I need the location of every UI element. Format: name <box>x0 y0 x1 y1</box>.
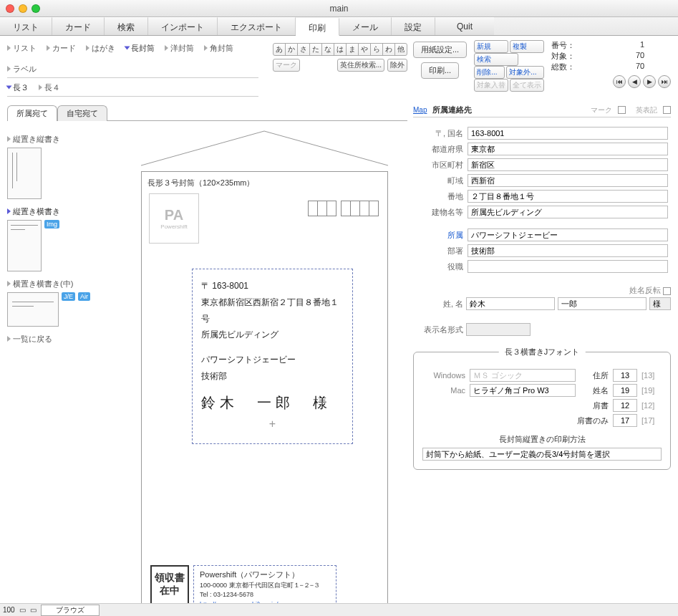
fld-firstname-input[interactable] <box>558 297 646 310</box>
dup-button[interactable]: 複製 <box>510 40 544 53</box>
tab-search[interactable]: 検索 <box>105 17 148 35</box>
name-swap-checkbox[interactable] <box>663 287 671 295</box>
font-titleonly-size[interactable] <box>613 414 637 427</box>
tab-quit[interactable]: Quit <box>435 17 494 35</box>
address-target-tabs: 所属宛て 自宅宛て <box>7 105 407 121</box>
fld-disp-input[interactable] <box>466 323 531 336</box>
zoom-out-button[interactable]: ▭ <box>19 606 26 614</box>
mark-checkbox[interactable] <box>618 106 626 114</box>
subtab-card[interactable]: カード <box>47 43 76 54</box>
subtab-naga3[interactable]: 長３ <box>7 82 29 93</box>
subtab-postcard[interactable]: はがき <box>86 43 115 54</box>
font-win-input[interactable] <box>470 369 576 382</box>
kana-sa[interactable]: さ <box>297 43 310 56</box>
kana-ta[interactable]: た <box>309 43 322 56</box>
subtab-naga3-label: 長３ <box>13 83 29 92</box>
page-setup-button[interactable]: 用紙設定... <box>413 42 467 58</box>
swap-button[interactable]: 対象入替 <box>474 79 508 92</box>
kana-ha[interactable]: は <box>334 43 347 56</box>
fld-disp-label: 表示名形式 <box>413 324 463 335</box>
tab-card[interactable]: カード <box>52 17 105 35</box>
je-badge[interactable]: J/E <box>62 292 75 301</box>
img-badge[interactable]: Img <box>44 220 59 228</box>
tab-export[interactable]: エクスポート <box>218 17 296 35</box>
delete-button[interactable]: 削除... <box>474 66 505 79</box>
air-badge[interactable]: Air <box>78 292 90 301</box>
layout-vertical-h[interactable]: 縦置き横書き <box>7 206 118 217</box>
thumb-vh[interactable] <box>7 220 42 271</box>
show-all-button[interactable]: 全て表示 <box>510 79 544 92</box>
layout-horizontal-h[interactable]: 横置き横書き(中) <box>7 279 118 289</box>
kana-na[interactable]: な <box>321 43 334 56</box>
env-org: パワーシフトジェービー <box>201 352 344 368</box>
thumb-hh[interactable] <box>7 292 59 327</box>
subtab-long-env[interactable]: 長封筒 <box>125 43 155 54</box>
mark-button[interactable]: マーク <box>273 59 300 72</box>
fld-role-input[interactable] <box>468 260 668 273</box>
fld-town-label: 町域 <box>415 173 465 188</box>
fld-zip-input[interactable] <box>468 127 668 140</box>
stat-target-val: 70 <box>636 51 644 62</box>
thumb-vv[interactable] <box>7 148 42 199</box>
nav-next-button[interactable]: ▶ <box>643 75 656 88</box>
subtab-naga4[interactable]: 長４ <box>39 82 60 93</box>
map-link[interactable]: Map <box>413 106 427 114</box>
layout-vh-label: 縦置き横書き <box>13 207 60 216</box>
nav-prev-button[interactable]: ◀ <box>628 75 641 88</box>
fld-pref-input[interactable] <box>468 143 668 155</box>
fld-dept-input[interactable] <box>468 244 668 257</box>
addr-tab-home[interactable]: 自宅宛て <box>57 105 107 121</box>
window-title: main <box>0 4 678 14</box>
font-addr-size[interactable] <box>613 369 637 382</box>
layout-back[interactable]: 一覧に戻る <box>7 334 118 345</box>
exclude-out-button[interactable]: 対象外... <box>506 66 544 79</box>
tab-list[interactable]: リスト <box>0 17 52 35</box>
print-type-tabs: リスト カード はがき 長封筒 洋封筒 角封筒 ラベル <box>7 43 258 74</box>
kana-other[interactable]: 他 <box>394 43 407 56</box>
subtab-square-env[interactable]: 角封筒 <box>204 43 233 54</box>
fld-town-input[interactable] <box>468 174 668 187</box>
tab-settings[interactable]: 設定 <box>392 17 435 35</box>
logo-text: PA <box>165 207 183 223</box>
subtab-label[interactable]: ラベル <box>7 64 37 74</box>
fld-org-input[interactable] <box>468 228 668 241</box>
kana-ya[interactable]: や <box>358 43 371 56</box>
addr-tab-work[interactable]: 所属宛て <box>7 105 57 121</box>
subtab-list[interactable]: リスト <box>7 43 37 54</box>
layout-vertical-v[interactable]: 縦置き縦書き <box>7 134 118 145</box>
nav-first-button[interactable]: ⏮ <box>613 75 626 88</box>
new-button[interactable]: 新規 <box>474 40 508 53</box>
stat-total-val: 70 <box>636 62 644 72</box>
kana-ka[interactable]: か <box>285 43 298 56</box>
fld-lastname-input[interactable] <box>466 297 555 310</box>
kana-wa[interactable]: わ <box>382 43 395 56</box>
mode-browse[interactable]: ブラウズ <box>41 605 100 616</box>
tab-print[interactable]: 印刷 <box>296 18 339 36</box>
subtab-postcard-label: はがき <box>92 44 115 52</box>
fld-bldg-input[interactable] <box>468 206 668 218</box>
resident-search-button[interactable]: 英住所検索... <box>337 59 384 72</box>
kana-ra[interactable]: ら <box>370 43 383 56</box>
tab-import[interactable]: インポート <box>148 17 218 35</box>
fld-city-input[interactable] <box>468 158 668 171</box>
print-button[interactable]: 印刷... <box>421 62 459 79</box>
fld-num-input[interactable] <box>468 190 668 203</box>
font-mac-input[interactable] <box>470 384 576 397</box>
search-button[interactable]: 検索 <box>474 53 518 66</box>
fld-honor-input[interactable] <box>649 297 671 310</box>
fld-org-label[interactable]: 所属 <box>415 228 465 242</box>
subtab-west-env[interactable]: 洋封筒 <box>165 43 194 54</box>
kana-ma[interactable]: ま <box>346 43 359 56</box>
subtab-square-env-label: 角封筒 <box>210 44 233 52</box>
font-name-size[interactable] <box>613 384 637 397</box>
top-controls: 用紙設定... 印刷... 新規 複製 検索 削除... 対象外... 対象入替… <box>413 40 671 92</box>
tab-mail[interactable]: メール <box>339 17 392 35</box>
zoom-in-button[interactable]: ▭ <box>30 606 37 614</box>
eng-checkbox[interactable] <box>663 106 671 114</box>
address-fields: 〒, 国名 都道府県 市区町村 町域 番地 建物名等 所属 部署 役職 <box>413 125 671 275</box>
nav-last-button[interactable]: ⏭ <box>658 75 671 88</box>
exclude-button[interactable]: 除外 <box>387 59 407 72</box>
print-method-input[interactable] <box>422 448 662 461</box>
font-title-size[interactable] <box>613 399 637 412</box>
kana-a[interactable]: あ <box>273 43 286 56</box>
